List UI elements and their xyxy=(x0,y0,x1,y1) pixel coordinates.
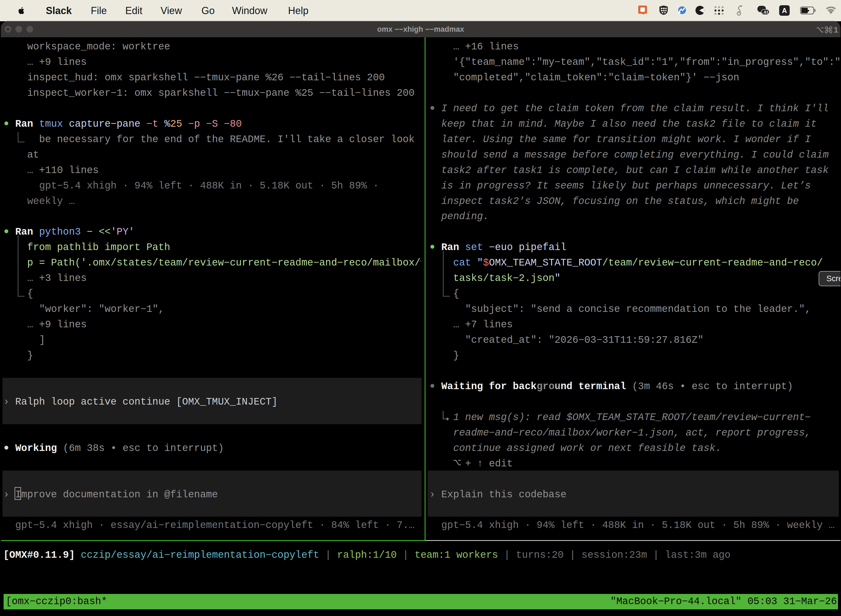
svg-text:A: A xyxy=(782,7,787,14)
svg-text:..61: ..61 xyxy=(762,10,769,14)
